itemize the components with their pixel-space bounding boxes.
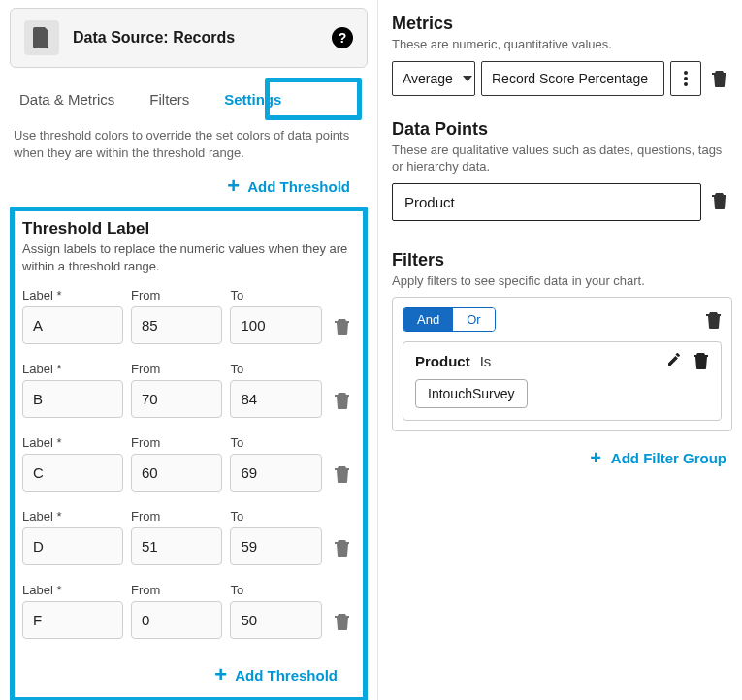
svg-point-2: [684, 82, 688, 86]
right-panel: Metrics These are numeric, quantitative …: [378, 0, 742, 700]
trash-icon: [335, 318, 350, 335]
andor-toggle: And Or: [403, 307, 496, 332]
filter-rule: Product Is IntouchSurvey: [403, 341, 722, 421]
help-icon[interactable]: ?: [332, 27, 353, 48]
threshold-row: Label *FromTo: [22, 509, 355, 565]
threshold-label-title: Threshold Label: [22, 219, 355, 239]
data-points-desc: These are qualitative values such as dat…: [392, 142, 732, 175]
threshold-row: Label *FromTo: [22, 288, 355, 344]
add-threshold-bottom[interactable]: + Add Threshold: [22, 656, 355, 693]
threshold-from-input[interactable]: [131, 306, 223, 344]
metric-value-select[interactable]: Record Score Percentage: [481, 61, 664, 96]
threshold-to-input[interactable]: [230, 454, 322, 492]
add-threshold-label: Add Threshold: [247, 178, 350, 195]
threshold-to-input[interactable]: [230, 527, 322, 565]
threshold-label-input[interactable]: [22, 454, 123, 492]
from-field-label: From: [131, 509, 223, 524]
metric-aggregation-select[interactable]: Average: [392, 61, 475, 96]
threshold-label-input[interactable]: [22, 601, 123, 639]
trash-icon: [706, 311, 722, 329]
metric-value: Record Score Percentage: [492, 71, 648, 86]
threshold-label-input[interactable]: [22, 306, 123, 344]
threshold-label-desc: Assign labels to replace the numeric val…: [22, 240, 355, 274]
data-point-delete-button[interactable]: [707, 183, 732, 218]
metric-aggregation-value: Average: [403, 71, 453, 86]
to-field-label: To: [230, 362, 322, 376]
plus-icon: +: [590, 447, 601, 469]
threshold-delete-button[interactable]: [330, 530, 355, 565]
document-icon: [24, 20, 59, 55]
data-point-select[interactable]: Product: [392, 183, 701, 221]
threshold-from-input[interactable]: [131, 454, 223, 492]
to-field-label: To: [230, 435, 322, 450]
data-source-box: Data Source: Records ?: [10, 8, 368, 68]
threshold-from-input[interactable]: [131, 380, 223, 418]
threshold-to-input[interactable]: [230, 601, 322, 639]
threshold-row: Label *FromTo: [22, 435, 355, 492]
svg-point-0: [684, 71, 688, 75]
add-threshold-top[interactable]: + Add Threshold: [10, 168, 368, 205]
metrics-desc: These are numeric, quantitative values.: [392, 36, 732, 53]
filter-value-chip[interactable]: IntouchSurvey: [415, 379, 528, 408]
or-button[interactable]: Or: [453, 308, 494, 331]
filter-group-delete-button[interactable]: [706, 311, 722, 329]
to-field-label: To: [230, 288, 322, 302]
tab-data-metrics[interactable]: Data & Metrics: [16, 85, 118, 113]
svg-point-1: [684, 77, 688, 80]
threshold-from-input[interactable]: [131, 601, 223, 639]
threshold-label-input[interactable]: [22, 527, 123, 565]
threshold-delete-button[interactable]: [330, 457, 355, 492]
from-field-label: From: [131, 583, 223, 597]
tab-filters[interactable]: Filters: [145, 85, 193, 113]
plus-icon: +: [227, 175, 240, 197]
edit-rule-button[interactable]: [666, 352, 682, 369]
from-field-label: From: [131, 288, 223, 302]
threshold-to-input[interactable]: [230, 380, 322, 418]
filters-desc: Apply filters to see specific data in yo…: [392, 272, 732, 290]
to-field-label: To: [230, 509, 322, 524]
rule-operator: Is: [480, 353, 492, 369]
chevron-down-icon: [463, 76, 472, 81]
add-filter-group-label: Add Filter Group: [611, 450, 726, 466]
threshold-delete-button[interactable]: [330, 383, 355, 418]
label-field-label: Label *: [22, 583, 123, 597]
metric-options-button[interactable]: [670, 61, 701, 96]
label-field-label: Label *: [22, 288, 123, 302]
trash-icon: [335, 613, 350, 630]
threshold-label-input[interactable]: [22, 380, 123, 418]
delete-rule-button[interactable]: [694, 352, 709, 369]
threshold-to-input[interactable]: [230, 306, 322, 344]
data-source-title: Data Source: Records: [73, 29, 318, 47]
tab-settings[interactable]: Settings: [220, 85, 285, 113]
pencil-icon: [666, 352, 682, 367]
trash-icon: [335, 539, 350, 557]
add-threshold-label: Add Threshold: [235, 667, 338, 684]
left-panel: Data Source: Records ? Data & Metrics Fi…: [0, 0, 378, 700]
data-point-row: Product: [392, 183, 732, 221]
data-points-title: Data Points: [392, 119, 732, 140]
metric-delete-button[interactable]: [707, 61, 732, 96]
threshold-row: Label *FromTo: [22, 362, 355, 418]
threshold-from-input[interactable]: [131, 527, 223, 565]
metrics-title: Metrics: [392, 14, 732, 34]
vertical-dots-icon: [684, 71, 688, 86]
to-field-label: To: [230, 583, 322, 597]
trash-icon: [335, 392, 350, 409]
and-button[interactable]: And: [403, 308, 453, 331]
filter-group: And Or Product Is IntouchSu: [392, 297, 732, 431]
trash-icon: [335, 465, 350, 483]
from-field-label: From: [131, 362, 223, 376]
threshold-delete-button[interactable]: [330, 309, 355, 344]
rule-head: Product Is: [415, 352, 709, 369]
trash-icon: [712, 192, 727, 209]
andor-row: And Or: [403, 307, 722, 332]
plus-icon: +: [214, 664, 227, 685]
rule-field: Product: [415, 353, 470, 369]
tabs: Data & Metrics Filters Settings: [16, 85, 362, 113]
filters-title: Filters: [392, 250, 732, 270]
add-filter-group-button[interactable]: + Add Filter Group: [392, 447, 732, 469]
label-field-label: Label *: [22, 362, 123, 376]
from-field-label: From: [131, 435, 223, 450]
label-field-label: Label *: [22, 435, 123, 450]
threshold-delete-button[interactable]: [330, 604, 355, 639]
